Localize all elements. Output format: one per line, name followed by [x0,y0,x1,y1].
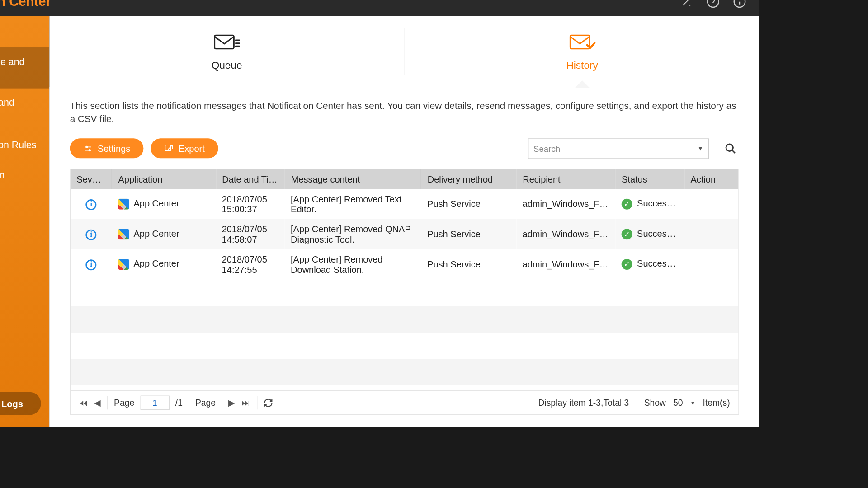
cell-delivery: Push Service [421,249,517,280]
queue-icon [213,32,240,53]
sidebar-item-service-pairing[interactable]: Service Account and Device Pairing [0,89,49,130]
info-severity-icon: i [86,229,97,240]
section-description: This section lists the notification mess… [70,99,739,127]
cell-action[interactable] [684,249,738,280]
about-icon[interactable] [732,0,748,9]
refresh-icon [263,398,273,407]
show-value: 50 [673,398,683,407]
table-empty-area [71,279,738,390]
cell-status: ✓Successf… [615,249,684,280]
col-action[interactable]: Action [684,169,738,189]
sidebar-item-overview[interactable]: Overview [0,16,49,47]
app-center-icon [118,229,129,240]
first-page-button[interactable]: ⏮ [79,398,88,407]
settings-button[interactable]: Settings [70,139,144,159]
app-title: Notification Center [0,0,51,9]
cell-recipient: admin_Windows_Fir… [516,219,615,249]
svg-point-20 [86,146,88,148]
items-label: Item(s) [703,398,730,407]
col-delivery[interactable]: Delivery method [421,169,517,189]
cell-application: App Center [112,219,216,249]
sidebar-item-label: Overview [0,26,38,38]
col-datetime[interactable]: Date and Time [216,169,284,189]
help-icon[interactable] [705,0,721,9]
cell-status: ✓Successf… [615,219,684,249]
success-icon: ✓ [621,199,632,210]
view-system-logs-button[interactable]: View the System Logs [0,392,41,415]
svg-point-8 [708,0,718,7]
search-placeholder: Search [533,144,698,153]
tab-queue[interactable]: Queue [49,16,404,87]
sidebar-item-label: Notification Queue and History [0,56,38,80]
svg-rect-19 [570,35,590,48]
history-icon [569,32,595,53]
cell-message: [App Center] Removed Download Station. [285,249,421,280]
settings-label: Settings [98,144,130,154]
chevron-down-icon[interactable]: ▼ [690,399,696,405]
cell-status: ✓Successf… [615,189,684,219]
sliders-icon [83,144,93,153]
cell-message: [App Center] Removed QNAP Diagnostic Too… [285,219,421,249]
info-severity-icon: i [86,199,97,210]
export-label: Export [179,144,205,154]
page-input[interactable] [141,395,170,410]
tab-history[interactable]: History [405,16,760,87]
col-severity[interactable]: Severit… [71,169,112,189]
chevron-down-icon[interactable]: ▼ [698,145,703,152]
col-recipient[interactable]: Recipient [516,169,615,189]
sidebar-item-label: System Notification Rules [0,139,38,151]
sidebar: Overview Notification Queue and History … [0,16,49,427]
cell-application: App Center [112,189,216,219]
svg-rect-18 [215,35,234,48]
prev-page-button[interactable]: ◀ [94,398,101,407]
table-header-row: Severit… Application Date and Time Messa… [71,169,738,189]
toolbar: Settings Export Search ▼ [70,138,739,159]
search-icon [725,143,737,155]
export-button[interactable]: Export [151,139,218,159]
sidebar-item-queue-history[interactable]: Notification Queue and History [0,47,49,89]
show-label: Show [644,398,666,407]
col-status[interactable]: Status [615,169,684,189]
tab-label: Queue [212,60,242,72]
app-center-icon [118,199,129,210]
cell-action[interactable] [684,189,738,219]
sidebar-item-label: Service Account and Device Pairing [0,97,38,121]
cell-datetime: 2018/07/05 14:27:55 [216,249,284,280]
col-application[interactable]: Application [112,169,216,189]
refresh-button[interactable] [263,398,273,407]
tabs: Queue History [49,16,760,87]
success-icon: ✓ [621,229,632,240]
history-table: Severit… Application Date and Time Messa… [70,169,739,391]
page-label: Page [114,398,134,407]
table-row[interactable]: iApp Center2018/07/05 14:27:55[App Cente… [71,249,738,280]
svg-point-21 [89,150,90,151]
last-page-button[interactable]: ⏭ [241,398,250,407]
table-row[interactable]: iApp Center2018/07/05 14:58:07[App Cente… [71,219,738,249]
tab-label: History [566,60,598,72]
page-label-2: Page [195,398,216,407]
next-page-button[interactable]: ▶ [228,398,236,407]
wand-icon[interactable] [679,0,694,9]
cell-datetime: 2018/07/05 15:00:37 [216,189,284,219]
success-icon: ✓ [621,259,632,270]
cell-application: App Center [112,249,216,280]
svg-point-23 [726,144,733,151]
cell-delivery: Push Service [421,219,517,249]
table-row[interactable]: iApp Center2018/07/05 15:00:37[App Cente… [71,189,738,219]
col-message[interactable]: Message content [285,169,421,189]
cell-action[interactable] [684,219,738,249]
display-summary: Display item 1-3,Total:3 [538,398,629,407]
cell-datetime: 2018/07/05 14:58:07 [216,219,284,249]
info-severity-icon: i [86,259,97,270]
search-input[interactable]: Search ▼ [528,138,709,159]
sidebar-item-label: Global Notification Settings [0,169,38,193]
cell-recipient: admin_Windows_Fir… [516,249,615,280]
pager: ⏮ ◀ Page /1 Page ▶ ⏭ [70,391,739,415]
export-icon [164,144,174,153]
search-button[interactable] [722,140,739,157]
app-center-icon [118,259,129,270]
sidebar-item-system-rules[interactable]: System Notification Rules [0,129,49,160]
sidebar-item-global-settings[interactable]: Global Notification Settings [0,161,49,202]
view-system-logs-label: View the System Logs [0,399,23,409]
cell-delivery: Push Service [421,189,517,219]
